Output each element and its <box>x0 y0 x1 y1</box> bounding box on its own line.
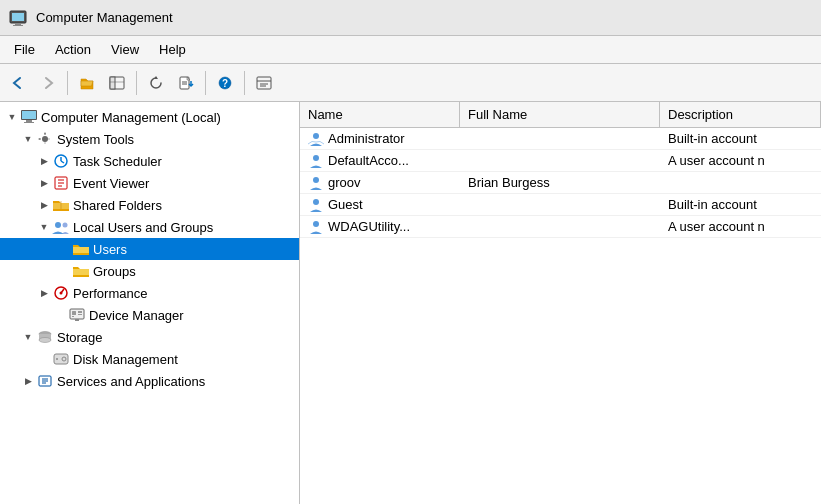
tree-label-task-scheduler: Task Scheduler <box>73 154 162 169</box>
tree-item-disk-management[interactable]: Disk Management <box>0 348 299 370</box>
cell-name-guest: Guest <box>300 197 460 213</box>
properties-button[interactable] <box>250 69 278 97</box>
cell-desc-wdagutility: A user account n <box>660 219 821 234</box>
open-folder-button[interactable] <box>73 69 101 97</box>
menu-file[interactable]: File <box>4 38 45 61</box>
storage-icon <box>36 328 54 346</box>
list-row-guest[interactable]: Guest Built-in account <box>300 194 821 216</box>
list-row-defaultaccount[interactable]: DefaultAcco... A user account n <box>300 150 821 172</box>
tree-item-shared-folders[interactable]: ▶ Shared Folders <box>0 194 299 216</box>
list-row-groov[interactable]: groov Brian Burgess <box>300 172 821 194</box>
menu-action[interactable]: Action <box>45 38 101 61</box>
event-viewer-icon <box>52 174 70 192</box>
toolbar-separator-1 <box>67 71 68 95</box>
svg-point-53 <box>313 177 319 183</box>
tree-item-users[interactable]: Users <box>0 238 299 260</box>
svg-point-21 <box>42 136 48 142</box>
refresh-button[interactable] <box>142 69 170 97</box>
expand-placeholder <box>36 351 52 367</box>
cell-fullname-groov: Brian Burgess <box>460 175 660 190</box>
tree-item-services-applications[interactable]: ▶ Services and Applications <box>0 370 299 392</box>
svg-rect-3 <box>13 25 23 26</box>
tree-item-storage[interactable]: ▼ Storage <box>0 326 299 348</box>
help-button[interactable]: ? <box>211 69 239 97</box>
cell-desc-guest: Built-in account <box>660 197 821 212</box>
show-console-tree-button[interactable] <box>103 69 131 97</box>
user-icon-wdagutility <box>308 219 324 235</box>
menu-help[interactable]: Help <box>149 38 196 61</box>
svg-rect-39 <box>78 314 82 315</box>
svg-rect-5 <box>110 77 115 89</box>
tree-item-task-scheduler[interactable]: ▶ Task Scheduler <box>0 150 299 172</box>
svg-rect-36 <box>72 311 76 315</box>
performance-icon <box>52 284 70 302</box>
svg-point-46 <box>56 358 58 360</box>
main-container: ▼ Computer Management (Local) ▼ <box>0 102 821 504</box>
services-icon <box>36 372 54 390</box>
tree-label-local-users-groups: Local Users and Groups <box>73 220 213 235</box>
forward-button[interactable] <box>34 69 62 97</box>
cell-desc-defaultaccount: A user account n <box>660 153 821 168</box>
svg-rect-1 <box>12 13 24 21</box>
svg-point-43 <box>39 338 51 343</box>
tree-item-local-users-groups[interactable]: ▼ Local Users and Groups <box>0 216 299 238</box>
svg-rect-37 <box>72 316 74 317</box>
svg-point-54 <box>313 199 319 205</box>
expand-icon[interactable]: ▶ <box>36 175 52 191</box>
expand-placeholder <box>56 263 72 279</box>
svg-rect-40 <box>75 319 79 321</box>
tree-item-system-tools[interactable]: ▼ System Tools <box>0 128 299 150</box>
list-header: Name Full Name Description <box>300 102 821 128</box>
tree-label-disk-management: Disk Management <box>73 352 178 367</box>
back-button[interactable] <box>4 69 32 97</box>
disk-management-icon <box>52 350 70 368</box>
svg-point-51 <box>313 133 319 139</box>
svg-rect-20 <box>24 122 34 123</box>
cell-name-groov: groov <box>300 175 460 191</box>
tree-item-performance[interactable]: ▶ Performance <box>0 282 299 304</box>
expand-icon[interactable]: ▼ <box>20 329 36 345</box>
svg-rect-38 <box>78 311 82 313</box>
header-name[interactable]: Name <box>300 102 460 127</box>
header-fullname[interactable]: Full Name <box>460 102 660 127</box>
gear-icon <box>36 130 54 148</box>
cell-desc-administrator: Built-in account <box>660 131 821 146</box>
tree-item-groups[interactable]: Groups <box>0 260 299 282</box>
toolbar-separator-2 <box>136 71 137 95</box>
menu-view[interactable]: View <box>101 38 149 61</box>
svg-line-24 <box>61 161 64 163</box>
tree-label-storage: Storage <box>57 330 103 345</box>
svg-rect-2 <box>15 23 21 25</box>
user-icon-guest <box>308 197 324 213</box>
expand-icon[interactable]: ▶ <box>36 285 52 301</box>
list-row-wdagutility[interactable]: WDAGUtility... A user account n <box>300 216 821 238</box>
svg-point-34 <box>60 292 63 295</box>
cell-name-defaultaccount: DefaultAcco... <box>300 153 460 169</box>
expand-icon[interactable]: ▶ <box>36 197 52 213</box>
user-icon-groov <box>308 175 324 191</box>
users-folder-icon <box>72 240 90 258</box>
tree-item-computer-management-local[interactable]: ▼ Computer Management (Local) <box>0 106 299 128</box>
groups-folder-icon <box>72 262 90 280</box>
computer-icon <box>20 108 38 126</box>
tree-item-device-manager[interactable]: Device Manager <box>0 304 299 326</box>
expand-icon[interactable]: ▼ <box>4 109 20 125</box>
tree-item-event-viewer[interactable]: ▶ Event Viewer <box>0 172 299 194</box>
export-list-button[interactable] <box>172 69 200 97</box>
expand-placeholder <box>52 307 68 323</box>
expand-icon[interactable]: ▼ <box>20 131 36 147</box>
tree-label-event-viewer: Event Viewer <box>73 176 149 191</box>
expand-icon[interactable]: ▶ <box>36 153 52 169</box>
svg-point-30 <box>55 222 61 228</box>
expand-icon[interactable]: ▶ <box>20 373 36 389</box>
device-manager-icon <box>68 306 86 324</box>
user-icon-administrator <box>308 131 324 147</box>
svg-point-55 <box>313 221 319 227</box>
tree-label-groups: Groups <box>93 264 136 279</box>
header-description[interactable]: Description <box>660 102 821 127</box>
expand-icon[interactable]: ▼ <box>36 219 52 235</box>
tree-panel[interactable]: ▼ Computer Management (Local) ▼ <box>0 102 300 504</box>
app-title: Computer Management <box>36 10 173 25</box>
tree-label-device-manager: Device Manager <box>89 308 184 323</box>
list-row-administrator[interactable]: Administrator Built-in account <box>300 128 821 150</box>
